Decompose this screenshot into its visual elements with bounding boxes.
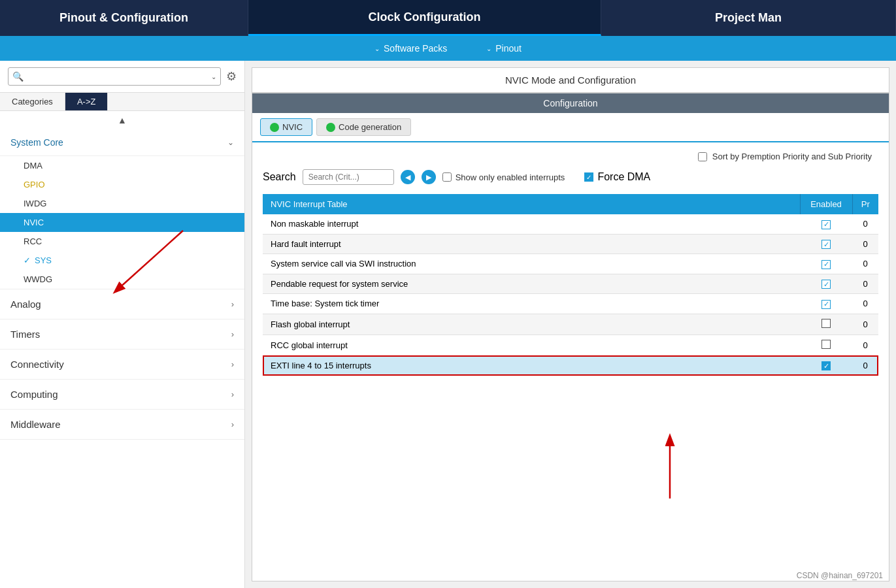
nav-pinout[interactable]: Pinout & Configuration: [0, 0, 248, 36]
chevron-right-icon: ›: [231, 329, 234, 339]
preempt-cell: 0: [852, 254, 878, 274]
enabled-cell[interactable]: [800, 335, 852, 355]
search-icon: 🔍: [12, 71, 24, 82]
sub-nav: ⌄ Software Packs ⌄ Pinout: [0, 36, 896, 61]
subnav-software-packs[interactable]: ⌄ Software Packs: [374, 43, 447, 54]
table-row: System service call via SWI instruction …: [263, 254, 878, 274]
col-preempt: Pr: [852, 194, 878, 214]
chevron-right-icon: ›: [231, 299, 234, 309]
col-interrupt-name: NVIC Interrupt Table: [263, 194, 800, 214]
nav-project[interactable]: Project Man: [601, 0, 896, 36]
status-icon-green: [326, 123, 335, 132]
enabled-cell[interactable]: ✓: [800, 294, 852, 314]
table-row: RCC global interrupt 0: [263, 335, 878, 355]
chevron-right-icon: ›: [231, 359, 234, 369]
force-dma-checkbox[interactable]: ✓: [584, 172, 593, 182]
preempt-cell: 0: [852, 314, 878, 335]
interrupt-name: Hard fault interrupt: [263, 234, 800, 254]
sort-row: Sort by Premption Priority and Sub Prior…: [263, 152, 878, 161]
section-middleware[interactable]: Middleware ›: [0, 410, 244, 440]
sort-checkbox[interactable]: [698, 152, 707, 161]
sort-label: Sort by Premption Priority and Sub Prior…: [712, 152, 872, 161]
force-dma-label: Force DMA: [597, 171, 650, 183]
show-enabled-row: Show only enabled interrupts: [442, 172, 565, 182]
force-dma-row: ✓ Force DMA: [584, 171, 650, 183]
table-row: Time base: System tick timer ✓ 0: [263, 294, 878, 314]
table-row: Hard fault interrupt ✓ 0: [263, 234, 878, 254]
nav-clock[interactable]: Clock Configuration: [248, 0, 601, 36]
chevron-down-icon: ⌄: [374, 45, 380, 52]
section-analog[interactable]: Analog ›: [0, 289, 244, 319]
gear-icon[interactable]: ⚙: [226, 69, 237, 84]
nvic-table: NVIC Interrupt Table Enabled Pr: [263, 194, 878, 376]
status-icon-green: [270, 123, 279, 132]
sidebar-item-sys[interactable]: ✓ SYS: [13, 251, 244, 270]
system-core-items: DMA GPIO IWDG NVIC R: [0, 156, 244, 289]
interrupt-search-input[interactable]: [303, 169, 394, 185]
subnav-pinout[interactable]: ⌄ Pinout: [486, 43, 522, 54]
chevron-right-icon: ›: [231, 419, 234, 429]
config-panel: Configuration NVIC Code generation: [252, 93, 889, 581]
search-row: Search ◀ ▶ Show only enabled interrupts …: [263, 169, 878, 185]
sidebar-search-area: 🔍 ⌄ ⚙: [0, 61, 244, 93]
tab-code-generation[interactable]: Code generation: [316, 118, 411, 136]
preempt-cell: 0: [852, 234, 878, 254]
interrupt-name: Pendable request for system service: [263, 274, 800, 294]
interrupt-name: Time base: System tick timer: [263, 294, 800, 314]
nav-next-button[interactable]: ▶: [422, 170, 436, 184]
enabled-cell[interactable]: [800, 314, 852, 335]
section-timers[interactable]: Timers ›: [0, 319, 244, 350]
sidebar-item-nvic[interactable]: NVIC: [0, 213, 244, 232]
sidebar-content: ▲ System Core ⌄ DMA GPIO: [0, 111, 244, 588]
enabled-checkbox[interactable]: ✓: [821, 220, 831, 229]
content-area: NVIC Mode and Configuration Configuratio…: [245, 61, 896, 588]
main-layout: 🔍 ⌄ ⚙ Categories A->Z ▲: [0, 61, 896, 588]
enabled-checkbox[interactable]: ✓: [821, 280, 831, 289]
panel-title: NVIC Mode and Configuration: [252, 67, 889, 93]
tab-az[interactable]: A->Z: [65, 93, 108, 110]
enabled-cell[interactable]: ✓: [800, 234, 852, 254]
table-row: Non maskable interrupt ✓ 0: [263, 214, 878, 234]
sidebar-item-dma[interactable]: DMA: [13, 156, 244, 175]
show-enabled-checkbox[interactable]: [442, 172, 452, 182]
show-enabled-label: Show only enabled interrupts: [456, 172, 565, 182]
enabled-checkbox[interactable]: [821, 340, 831, 349]
enabled-checkbox[interactable]: ✓: [821, 260, 831, 269]
table-row-highlighted: EXTI line 4 to 15 interrupts ✓ 0: [263, 355, 878, 376]
sidebar-item-rcc[interactable]: RCC: [13, 232, 244, 251]
sidebar: 🔍 ⌄ ⚙ Categories A->Z ▲: [0, 61, 245, 588]
enabled-cell[interactable]: ✓: [800, 355, 852, 376]
sidebar-item-iwdg[interactable]: IWDG: [13, 194, 244, 213]
table-row: Pendable request for system service ✓ 0: [263, 274, 878, 294]
section-computing[interactable]: Computing ›: [0, 380, 244, 410]
sidebar-item-wwdg[interactable]: WWDG: [13, 270, 244, 289]
nav-prev-button[interactable]: ◀: [401, 170, 415, 184]
sidebar-item-gpio[interactable]: GPIO: [13, 175, 244, 194]
system-core-section[interactable]: System Core ⌄: [0, 129, 244, 156]
enabled-checkbox[interactable]: ✓: [821, 300, 831, 309]
search-box[interactable]: 🔍 ⌄: [8, 67, 221, 86]
config-header: Configuration: [252, 93, 889, 113]
sidebar-tabs: Categories A->Z: [0, 93, 244, 111]
tab-categories[interactable]: Categories: [0, 93, 65, 110]
enabled-checkbox[interactable]: [821, 319, 831, 328]
checkmark-icon: ✓: [24, 255, 31, 265]
preempt-cell: 0: [852, 214, 878, 234]
enabled-cell[interactable]: ✓: [800, 254, 852, 274]
tab-nvic[interactable]: NVIC: [260, 118, 312, 136]
interrupt-name: RCC global interrupt: [263, 335, 800, 355]
enabled-cell[interactable]: ✓: [800, 274, 852, 294]
watermark: CSDN @hainan_697201: [797, 571, 883, 580]
chevron-right-icon: ›: [231, 389, 234, 399]
preempt-cell: 0: [852, 274, 878, 294]
enabled-cell[interactable]: ✓: [800, 214, 852, 234]
search-input[interactable]: [26, 72, 208, 82]
enabled-checkbox[interactable]: ✓: [821, 240, 831, 249]
enabled-checkbox[interactable]: ✓: [821, 361, 831, 370]
chevron-down-icon: ⌄: [211, 73, 216, 80]
preempt-cell: 0: [852, 335, 878, 355]
interrupt-name: Non maskable interrupt: [263, 214, 800, 234]
interrupt-name: EXTI line 4 to 15 interrupts: [263, 355, 800, 376]
section-connectivity[interactable]: Connectivity ›: [0, 350, 244, 380]
chevron-down-icon: ⌄: [227, 138, 234, 147]
